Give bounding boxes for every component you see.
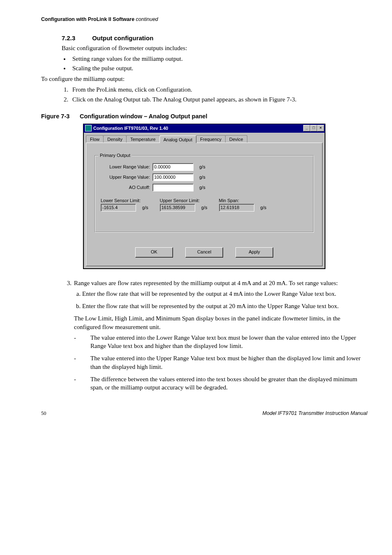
section-number: 7.2.3 bbox=[62, 35, 90, 41]
apply-button[interactable]: Apply bbox=[235, 247, 273, 258]
cancel-button[interactable]: Cancel bbox=[185, 247, 223, 258]
page-footer: 50 Model IFT9701 Transmitter Instruction… bbox=[41, 410, 367, 417]
tab-flow[interactable]: Flow bbox=[86, 135, 104, 143]
figure-number: Figure 7-3 bbox=[41, 113, 78, 120]
unit-label: g/s bbox=[261, 205, 267, 210]
unit-label: g/s bbox=[142, 205, 148, 210]
running-header: Configuration with ProLink II Software c… bbox=[41, 16, 367, 22]
bullet-item: Setting range values for the milliamp ou… bbox=[70, 55, 367, 63]
substep-b: Enter the flow rate that will be represe… bbox=[82, 302, 367, 310]
limits-intro: The Low Limit, High Limit, and Minimum S… bbox=[74, 314, 367, 331]
window-titlebar[interactable]: Configuration IFT9701/03, Rev 1.40 _ □ × bbox=[83, 124, 325, 133]
ao-cutoff-input[interactable] bbox=[152, 184, 194, 191]
lower-sensor-limit-label: Lower Sensor Limit: bbox=[101, 198, 148, 203]
min-span-value: 12.61918 bbox=[219, 204, 254, 212]
tab-density[interactable]: Density bbox=[103, 135, 127, 143]
step-item: Click on the Analog Output tab. The Anal… bbox=[70, 95, 367, 104]
section-heading: 7.2.3 Output configuration bbox=[62, 35, 367, 41]
tab-analog-output[interactable]: Analog Output bbox=[159, 136, 196, 143]
section-title: Output configuration bbox=[92, 35, 153, 41]
unit-label: g/s bbox=[199, 175, 205, 180]
lead-paragraph-2: To configure the milliamp output: bbox=[41, 75, 367, 83]
app-icon bbox=[85, 125, 92, 131]
tab-device[interactable]: Device bbox=[225, 135, 247, 143]
running-header-continued: continued bbox=[136, 16, 158, 22]
step-3-text: Range values are flow rates represented … bbox=[74, 280, 338, 286]
lower-range-value-input[interactable] bbox=[152, 163, 194, 171]
ao-cutoff-label: AO Cutoff: bbox=[101, 185, 152, 190]
minimize-button[interactable]: _ bbox=[303, 125, 310, 131]
lower-sensor-limit-value: -1615.4 bbox=[101, 204, 136, 212]
tab-strip: Flow Density Temperature Analog Output F… bbox=[83, 133, 325, 143]
tab-temperature[interactable]: Temperature bbox=[126, 135, 160, 143]
substep-a: Enter the flow rate that will be represe… bbox=[82, 290, 367, 298]
group-legend: Primary Output bbox=[98, 153, 132, 158]
figure-label: Figure 7-3 Configuration window – Analog… bbox=[41, 113, 367, 120]
unit-label: g/s bbox=[199, 185, 205, 190]
step-3: 3.Range values are flow rates represente… bbox=[62, 279, 367, 392]
intro-paragraph: Basic configuration of flowmeter outputs… bbox=[62, 44, 367, 52]
dash-item: The difference between the values entere… bbox=[82, 375, 367, 392]
step-number: 3. bbox=[62, 279, 71, 287]
unit-label: g/s bbox=[201, 205, 208, 210]
step-item: From the ProLink menu, click on Configur… bbox=[70, 85, 367, 94]
upper-sensor-limit-value: 1615.38599 bbox=[160, 204, 195, 212]
unit-label: g/s bbox=[199, 164, 205, 169]
bullet-list: Setting range values for the milliamp ou… bbox=[41, 55, 367, 72]
tab-frequency[interactable]: Frequency bbox=[196, 135, 226, 143]
dash-item: The value entered into the Upper Range V… bbox=[82, 354, 367, 371]
urv-label: Upper Range Value: bbox=[101, 175, 152, 180]
analog-output-panel: Primary Output Lower Range Value: g/s Up… bbox=[86, 143, 323, 266]
primary-output-group: Primary Output Lower Range Value: g/s Up… bbox=[95, 155, 314, 233]
min-span-label: Min Span: bbox=[219, 198, 267, 203]
manual-title: Model IFT9701 Transmitter Instruction Ma… bbox=[263, 410, 367, 417]
ok-button[interactable]: OK bbox=[135, 247, 173, 258]
close-button[interactable]: × bbox=[317, 125, 324, 131]
maximize-button[interactable]: □ bbox=[310, 125, 317, 131]
dash-item: The value entered into the Lower Range V… bbox=[82, 334, 367, 350]
bullet-item: Scaling the pulse output. bbox=[70, 64, 367, 72]
running-header-title: Configuration with ProLink II Software bbox=[41, 16, 134, 22]
configuration-window: Configuration IFT9701/03, Rev 1.40 _ □ ×… bbox=[83, 124, 325, 269]
steps-list: From the ProLink menu, click on Configur… bbox=[41, 85, 367, 104]
figure-caption: Configuration window – Analog Output pan… bbox=[80, 113, 207, 120]
upper-range-value-input[interactable] bbox=[152, 173, 194, 181]
lrv-label: Lower Range Value: bbox=[101, 164, 152, 169]
window-title: Configuration IFT9701/03, Rev 1.40 bbox=[93, 126, 168, 131]
page-number: 50 bbox=[41, 410, 46, 417]
upper-sensor-limit-label: Upper Sensor Limit: bbox=[160, 198, 208, 203]
